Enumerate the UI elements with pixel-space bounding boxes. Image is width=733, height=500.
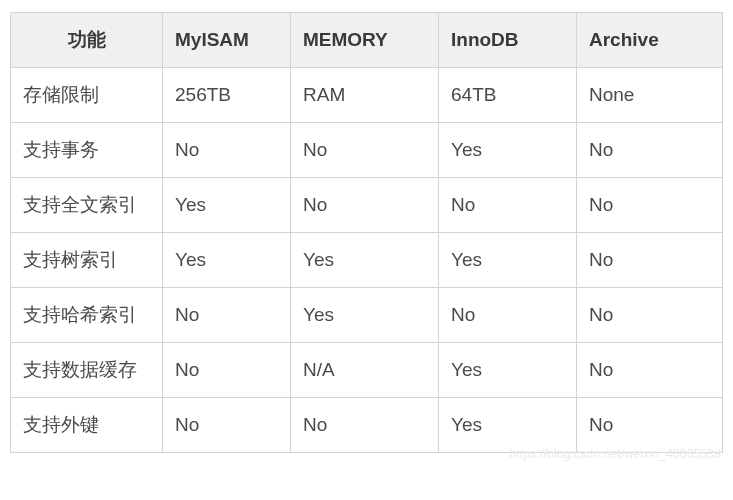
cell-value: Yes [163,178,291,233]
cell-value: Yes [291,288,439,343]
cell-value: No [163,343,291,398]
cell-value: No [291,123,439,178]
cell-feature: 支持哈希索引 [11,288,163,343]
cell-value: None [577,68,723,123]
cell-value: No [439,178,577,233]
cell-value: No [577,178,723,233]
header-memory: MEMORY [291,13,439,68]
table-row: 支持数据缓存 No N/A Yes No [11,343,723,398]
cell-feature: 支持数据缓存 [11,343,163,398]
cell-feature: 支持全文索引 [11,178,163,233]
cell-value: RAM [291,68,439,123]
cell-value: No [577,343,723,398]
header-feature: 功能 [11,13,163,68]
storage-engine-comparison-table: 功能 MyISAM MEMORY InnoDB Archive 存储限制 256… [10,12,723,453]
header-innodb: InnoDB [439,13,577,68]
cell-value: N/A [291,343,439,398]
cell-feature: 支持外键 [11,398,163,453]
cell-value: Yes [163,233,291,288]
cell-value: Yes [291,233,439,288]
cell-value: No [577,233,723,288]
cell-value: 64TB [439,68,577,123]
header-archive: Archive [577,13,723,68]
table-row: 支持事务 No No Yes No [11,123,723,178]
watermark-text: https://blog.csdn.net/weixin_40065538 [509,447,721,461]
cell-value: Yes [439,343,577,398]
cell-feature: 支持事务 [11,123,163,178]
cell-value: No [577,123,723,178]
cell-value: No [291,178,439,233]
table-header-row: 功能 MyISAM MEMORY InnoDB Archive [11,13,723,68]
cell-value: No [163,123,291,178]
cell-value: Yes [439,398,577,453]
table-header: 功能 MyISAM MEMORY InnoDB Archive [11,13,723,68]
cell-feature: 支持树索引 [11,233,163,288]
table-row: 支持树索引 Yes Yes Yes No [11,233,723,288]
cell-value: No [291,398,439,453]
table-row: 支持哈希索引 No Yes No No [11,288,723,343]
table-row: 支持外键 No No Yes No [11,398,723,453]
cell-feature: 存储限制 [11,68,163,123]
cell-value: No [439,288,577,343]
cell-value: 256TB [163,68,291,123]
table-body: 存储限制 256TB RAM 64TB None 支持事务 No No Yes … [11,68,723,453]
table-row: 支持全文索引 Yes No No No [11,178,723,233]
header-myisam: MyISAM [163,13,291,68]
cell-value: No [163,398,291,453]
cell-value: Yes [439,123,577,178]
table-row: 存储限制 256TB RAM 64TB None [11,68,723,123]
cell-value: No [577,398,723,453]
cell-value: Yes [439,233,577,288]
cell-value: No [163,288,291,343]
cell-value: No [577,288,723,343]
